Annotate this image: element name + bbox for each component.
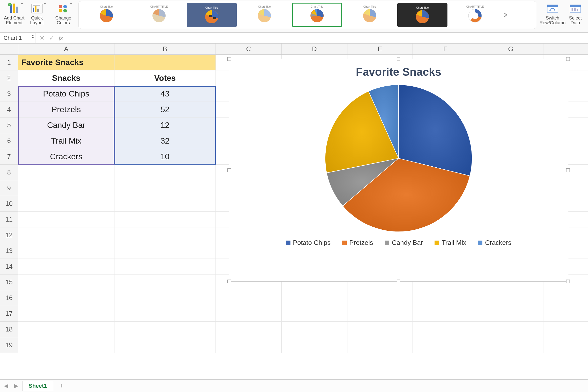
legend-item[interactable]: Potato Chips <box>286 239 331 247</box>
formula-input[interactable] <box>67 33 588 43</box>
enter-icon[interactable]: ✓ <box>49 34 54 42</box>
cell[interactable] <box>114 55 216 70</box>
cell[interactable] <box>114 259 216 274</box>
cell[interactable]: Pretzels <box>18 102 114 117</box>
cell[interactable] <box>18 196 114 211</box>
row-header[interactable]: 2 <box>0 70 18 86</box>
cell[interactable] <box>216 337 282 353</box>
cell[interactable] <box>478 337 543 353</box>
row-header[interactable]: 19 <box>0 337 18 353</box>
cell[interactable] <box>114 290 216 306</box>
cell[interactable] <box>18 259 114 274</box>
cell[interactable] <box>114 196 216 211</box>
row-header[interactable]: 11 <box>0 212 18 227</box>
cell[interactable] <box>413 322 478 337</box>
resize-handle[interactable] <box>566 57 570 61</box>
cell[interactable] <box>347 290 413 306</box>
row-header[interactable]: 10 <box>0 196 18 212</box>
chart-style-6[interactable]: Chart Title · · · · · <box>345 3 395 27</box>
cell[interactable] <box>114 227 216 243</box>
resize-handle[interactable] <box>566 168 570 172</box>
cell[interactable]: 10 <box>114 149 216 164</box>
quick-layout-button[interactable]: Quick Layout <box>26 1 48 32</box>
cell[interactable] <box>347 337 413 353</box>
row-header[interactable]: 18 <box>0 322 18 337</box>
row-header[interactable]: 4 <box>0 102 18 117</box>
cell[interactable] <box>114 165 216 180</box>
chart-style-8[interactable]: CHART TITLE · · · · · <box>450 3 500 27</box>
legend-item[interactable]: Pretzels <box>342 239 373 247</box>
chart-title[interactable]: Favorite Snacks <box>229 66 568 78</box>
cell[interactable] <box>114 212 216 227</box>
cell[interactable] <box>216 306 282 321</box>
row-header[interactable]: 15 <box>0 275 18 290</box>
row-header[interactable]: 17 <box>0 306 18 322</box>
cell[interactable]: 12 <box>114 117 216 133</box>
switch-row-column-button[interactable]: Switch Row/Column <box>542 1 563 25</box>
cell[interactable] <box>114 306 216 321</box>
resize-handle[interactable] <box>227 280 231 283</box>
cell[interactable] <box>18 165 114 180</box>
row-header[interactable]: 5 <box>0 117 18 133</box>
cell[interactable]: 43 <box>114 86 216 102</box>
cell[interactable] <box>413 306 478 321</box>
cell[interactable] <box>18 322 114 337</box>
cell[interactable] <box>18 290 114 306</box>
cell[interactable]: Candy Bar <box>18 117 114 133</box>
cell[interactable] <box>216 322 282 337</box>
chart-style-5[interactable]: Chart Title · · · · · <box>292 3 342 27</box>
cell[interactable] <box>282 322 347 337</box>
chart-style-3[interactable]: Chart Title <box>187 3 237 27</box>
cell[interactable] <box>282 290 347 306</box>
resize-handle[interactable] <box>566 280 570 283</box>
resize-handle[interactable] <box>397 280 400 283</box>
cell[interactable] <box>282 337 347 353</box>
namebox-stepper-icon[interactable]: ▴▾ <box>32 34 34 39</box>
row-header[interactable]: 9 <box>0 180 18 196</box>
gallery-next-icon[interactable] <box>503 12 509 17</box>
add-chart-element-button[interactable]: + Add Chart Element <box>4 1 25 32</box>
row-header[interactable]: 14 <box>0 259 18 275</box>
chart-legend[interactable]: Potato ChipsPretzelsCandy BarTrail MixCr… <box>229 239 568 247</box>
name-box[interactable]: Chart 1 ▴▾ <box>0 33 35 43</box>
select-all-corner[interactable] <box>0 44 18 55</box>
column-header[interactable]: G <box>478 44 543 54</box>
chart-style-4[interactable]: Chart Title · · · · · <box>239 3 289 27</box>
row-header[interactable]: 3 <box>0 86 18 102</box>
select-data-button[interactable]: Select Data <box>565 1 586 25</box>
row-header[interactable]: 12 <box>0 227 18 243</box>
cancel-icon[interactable]: ✕ <box>40 34 45 42</box>
column-header[interactable]: F <box>413 44 478 54</box>
cell[interactable]: Potato Chips <box>18 86 114 102</box>
cell[interactable] <box>18 212 114 227</box>
resize-handle[interactable] <box>397 57 400 61</box>
sheet-tab-active[interactable]: Sheet1 <box>22 381 53 391</box>
legend-item[interactable]: Crackers <box>478 239 511 247</box>
legend-item[interactable]: Trail Mix <box>435 239 466 247</box>
add-sheet-button[interactable]: + <box>56 382 67 390</box>
cell[interactable]: Trail Mix <box>18 133 114 149</box>
fx-icon[interactable]: fx <box>59 35 63 41</box>
column-header[interactable]: D <box>282 44 347 54</box>
cell[interactable] <box>114 322 216 337</box>
row-header[interactable]: 16 <box>0 290 18 306</box>
cell[interactable] <box>18 243 114 259</box>
cell[interactable]: Votes <box>114 70 216 86</box>
cell[interactable] <box>413 290 478 306</box>
row-header[interactable]: 1 <box>0 55 18 70</box>
column-header[interactable]: A <box>18 44 114 54</box>
tab-nav-next-icon[interactable]: ▶ <box>12 383 20 389</box>
change-colors-button[interactable]: Change Colors <box>53 1 74 32</box>
chart-plot-area[interactable] <box>229 85 568 232</box>
cell[interactable] <box>347 306 413 321</box>
cell[interactable] <box>347 322 413 337</box>
resize-handle[interactable] <box>227 168 231 172</box>
row-header[interactable]: 6 <box>0 133 18 149</box>
row-header[interactable]: 8 <box>0 165 18 180</box>
cell[interactable] <box>18 227 114 243</box>
row-header[interactable]: 7 <box>0 149 18 165</box>
embedded-chart[interactable]: Favorite Snacks Potato ChipsPretzelsCand… <box>229 59 568 282</box>
cell[interactable]: Crackers <box>18 149 114 164</box>
cell[interactable] <box>478 306 543 321</box>
column-header[interactable]: B <box>114 44 216 54</box>
